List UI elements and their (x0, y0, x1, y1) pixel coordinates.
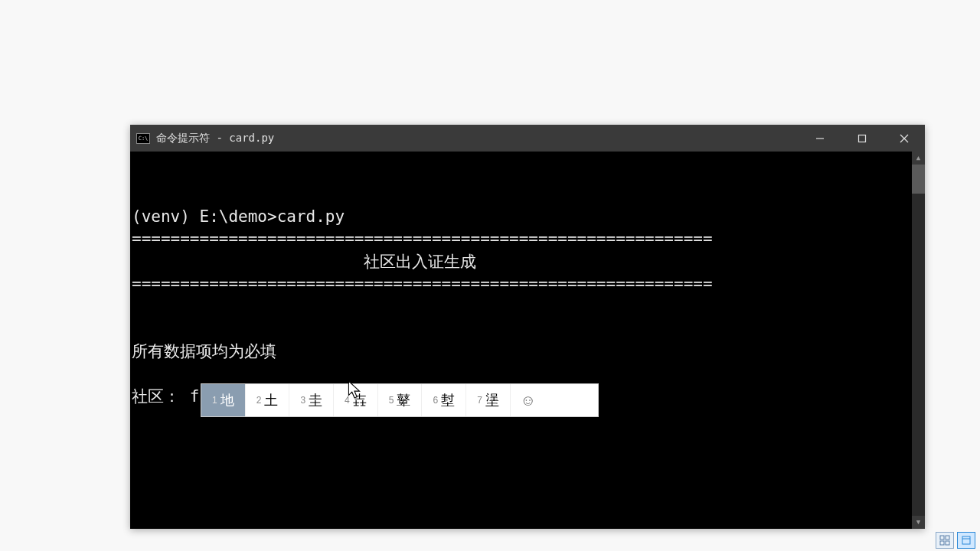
scroll-track[interactable] (912, 165, 925, 516)
taskbar-grid-icon[interactable] (936, 532, 954, 549)
svg-rect-7 (946, 541, 949, 545)
input-value[interactable]: f (190, 387, 200, 406)
divider-bottom: ========================================… (132, 275, 713, 293)
terminal-content: (venv) E:\demo>card.py =================… (130, 206, 925, 409)
taskbar-page-icon[interactable] (957, 532, 975, 549)
ime-candidate-char: 塣 (485, 391, 499, 409)
ime-emoji-icon[interactable]: ☺ (511, 384, 546, 416)
ime-candidate-number: 1 (212, 395, 217, 406)
ime-candidate-char: 土 (264, 391, 278, 409)
ime-candidate-number: 6 (433, 395, 438, 406)
ime-candidate-2[interactable]: 2土 (246, 384, 290, 416)
command-prompt-window: C:\ 命令提示符 - card.py (venv) E:\demo>card.… (130, 125, 925, 529)
ime-candidate-3[interactable]: 3圭 (289, 384, 334, 416)
ime-candidate-char: 圭 (309, 391, 322, 409)
minimize-button[interactable] (799, 125, 841, 152)
svg-rect-5 (946, 536, 949, 540)
close-button[interactable] (883, 125, 925, 152)
ime-candidate-number: 7 (477, 395, 482, 406)
required-note: 所有数据项均为必填 (132, 342, 276, 360)
input-label: 社区： (132, 387, 180, 406)
ime-candidate-1[interactable]: 1地 (201, 384, 246, 416)
svg-rect-1 (858, 135, 865, 142)
ime-candidate-5[interactable]: 5鼙 (378, 384, 423, 416)
svg-rect-6 (940, 541, 944, 545)
divider-top: ========================================… (132, 230, 713, 248)
svg-rect-4 (940, 536, 944, 540)
scroll-up-arrow[interactable]: ▲ (912, 152, 925, 165)
scroll-thumb[interactable] (912, 165, 925, 194)
ime-candidate-7[interactable]: 7塣 (466, 384, 511, 416)
scroll-down-arrow[interactable]: ▼ (912, 516, 925, 529)
maximize-button[interactable] (841, 125, 883, 152)
terminal-body[interactable]: (venv) E:\demo>card.py =================… (130, 152, 925, 529)
ime-candidate-bar[interactable]: 1地2土3圭4壵5鼙6堼7塣☺ (201, 383, 599, 417)
program-title: 社区出入证生成 (132, 253, 476, 271)
prompt-line: (venv) E:\demo>card.py (132, 207, 345, 226)
ime-candidate-char: 地 (220, 391, 234, 409)
ime-candidate-6[interactable]: 6堼 (422, 384, 466, 416)
ime-candidate-char: 鼙 (397, 391, 410, 409)
svg-rect-8 (962, 536, 970, 544)
cmd-icon: C:\ (136, 133, 150, 144)
ime-candidate-char: 堼 (441, 391, 455, 409)
ime-candidate-number: 5 (389, 395, 394, 406)
ime-candidate-number: 3 (300, 395, 305, 406)
ime-candidate-char: 壵 (353, 391, 367, 409)
window-controls (799, 125, 925, 152)
ime-candidate-number: 4 (345, 395, 350, 406)
ime-candidate-number: 2 (256, 395, 262, 406)
titlebar[interactable]: C:\ 命令提示符 - card.py (130, 125, 925, 152)
ime-candidate-4[interactable]: 4壵 (334, 384, 378, 416)
vertical-scrollbar[interactable]: ▲ ▼ (912, 152, 925, 529)
window-title: 命令提示符 - card.py (156, 132, 799, 145)
taskbar-tray (936, 532, 975, 549)
